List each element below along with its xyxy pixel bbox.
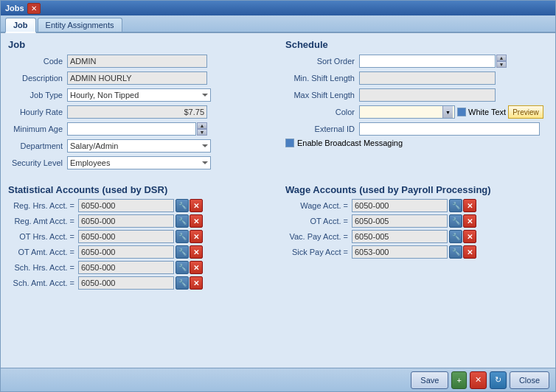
stat-label-4: Sch. Hrs. Acct. =	[8, 263, 78, 272]
stat-accounts-title: Statistical Accounts (used by DSR)	[8, 184, 271, 195]
stat-row-2: OT Hrs. Acct. = 🔧 ✕	[8, 230, 271, 243]
stat-clear-2[interactable]: ✕	[190, 230, 203, 243]
stat-input-5[interactable]	[78, 276, 174, 290]
title-bar: Jobs ✕	[1, 1, 555, 15]
wage-search-2[interactable]: 🔧	[449, 230, 462, 243]
stat-label-0: Reg. Hrs. Acct. =	[8, 201, 78, 210]
external-id-label: External ID	[285, 125, 359, 133]
white-text-label: White Text	[468, 108, 506, 116]
stat-search-3[interactable]: 🔧	[176, 245, 189, 259]
color-label: Color	[285, 108, 359, 116]
stat-clear-0[interactable]: ✕	[190, 199, 203, 212]
hourly-rate-row: Hourly Rate	[8, 105, 271, 119]
wage-label-0: Wage Acct. =	[285, 201, 352, 210]
job-type-select[interactable]: Hourly, Non Tipped Hourly, Tipped Salary	[67, 88, 211, 102]
min-age-spinner: ▲ ▼	[197, 122, 207, 136]
hourly-rate-label: Hourly Rate	[8, 108, 67, 116]
min-age-input[interactable]	[67, 122, 196, 136]
code-input[interactable]	[67, 55, 207, 68]
color-row: Color ▼ White Text Preview	[285, 105, 548, 119]
sort-order-up[interactable]: ▲	[496, 55, 507, 61]
wage-search-1[interactable]: 🔧	[449, 214, 462, 228]
security-level-label: Security Level	[8, 158, 67, 167]
stat-label-3: OT Amt. Acct. =	[8, 248, 78, 256]
sort-order-down[interactable]: ▼	[496, 61, 507, 68]
wage-input-2[interactable]	[352, 230, 448, 243]
stat-clear-5[interactable]: ✕	[190, 276, 203, 290]
wage-row-1: OT Acct. = 🔧 ✕	[285, 214, 548, 228]
stat-clear-1[interactable]: ✕	[190, 214, 203, 228]
stat-input-2[interactable]	[78, 230, 174, 243]
stat-search-5[interactable]: 🔧	[176, 276, 189, 290]
max-shift-input[interactable]	[359, 88, 496, 102]
stat-search-1[interactable]: 🔧	[176, 214, 189, 228]
stat-label-5: Sch. Amt. Acct. =	[8, 279, 78, 287]
wage-clear-3[interactable]: ✕	[463, 245, 476, 259]
stat-search-2[interactable]: 🔧	[176, 230, 189, 243]
job-type-label: Job Type	[8, 91, 67, 99]
description-input[interactable]	[67, 71, 207, 85]
preview-button[interactable]: Preview	[508, 105, 543, 119]
stat-row-5: Sch. Amt. Acct. = 🔧 ✕	[8, 276, 271, 290]
sort-order-input[interactable]	[359, 55, 496, 68]
external-id-row: External ID	[285, 122, 548, 136]
stat-clear-4[interactable]: ✕	[190, 261, 203, 274]
department-select[interactable]: Salary/Admin	[67, 139, 211, 153]
white-text-checkbox[interactable]	[457, 108, 466, 116]
wage-clear-2[interactable]: ✕	[463, 230, 476, 243]
stat-input-3[interactable]	[78, 245, 174, 259]
delete-button[interactable]: ✕	[470, 371, 487, 389]
sort-order-label: Sort Order	[285, 57, 359, 66]
refresh-button[interactable]: ↻	[490, 371, 507, 389]
tab-entity-assignments[interactable]: Entity Assignments	[38, 18, 122, 32]
wage-label-2: Vac. Pay Acct. =	[285, 232, 352, 241]
min-shift-row: Min. Shift Length	[285, 71, 548, 85]
wage-input-1[interactable]	[352, 214, 448, 228]
wage-search-0[interactable]: 🔧	[449, 199, 462, 212]
add-button[interactable]: +	[451, 371, 466, 389]
min-age-row: Minimum Age ▲ ▼	[8, 122, 271, 136]
broadcast-label: Enable Broadcast Messaging	[297, 139, 403, 147]
bottom-bar: Save + ✕ ↻ Close	[1, 368, 555, 391]
wage-clear-0[interactable]: ✕	[463, 199, 476, 212]
wage-search-3[interactable]: 🔧	[449, 245, 462, 259]
job-type-row: Job Type Hourly, Non Tipped Hourly, Tipp…	[8, 88, 271, 102]
external-id-input[interactable]	[359, 122, 540, 136]
department-label: Department	[8, 141, 67, 150]
stat-row-0: Reg. Hrs. Acct. = 🔧 ✕	[8, 199, 271, 212]
min-age-up[interactable]: ▲	[197, 122, 207, 129]
main-window: Jobs ✕ Job Entity Assignments Job Code D…	[0, 0, 556, 392]
close-button[interactable]: Close	[510, 371, 549, 389]
department-row: Department Salary/Admin	[8, 139, 271, 153]
min-age-down[interactable]: ▼	[197, 129, 207, 136]
stat-label-2: OT Hrs. Acct. =	[8, 232, 78, 241]
sort-order-spinner: ▲ ▼	[496, 55, 507, 68]
hourly-rate-input[interactable]	[67, 105, 207, 119]
min-age-label: Minimum Age	[8, 125, 67, 133]
color-dropdown-arrow: ▼	[442, 106, 453, 118]
security-level-select[interactable]: Employees	[67, 156, 211, 169]
stat-input-1[interactable]	[78, 214, 174, 228]
white-text-wrapper: White Text	[457, 108, 506, 116]
color-picker[interactable]: ▼	[359, 105, 455, 119]
wage-clear-1[interactable]: ✕	[463, 214, 476, 228]
title-close-button[interactable]: ✕	[27, 3, 41, 14]
broadcast-row: Enable Broadcast Messaging	[285, 139, 548, 147]
wage-label-3: Sick Pay Acct =	[285, 248, 352, 256]
wage-input-3[interactable]	[352, 245, 448, 259]
stat-search-4[interactable]: 🔧	[176, 261, 189, 274]
wage-input-0[interactable]	[352, 199, 448, 212]
main-content: Job Code Description Job Type Hourly, No…	[1, 33, 555, 368]
description-row: Description	[8, 71, 271, 85]
broadcast-checkbox[interactable]	[285, 139, 294, 147]
stat-clear-3[interactable]: ✕	[190, 245, 203, 259]
wage-accounts-section: Wage Accounts (used by Payroll Processin…	[285, 184, 548, 292]
stat-input-0[interactable]	[78, 199, 174, 212]
min-shift-input[interactable]	[359, 71, 496, 85]
save-button[interactable]: Save	[411, 371, 448, 389]
wage-row-3: Sick Pay Acct = 🔧 ✕	[285, 245, 548, 259]
stat-search-0[interactable]: 🔧	[176, 199, 189, 212]
max-shift-row: Max Shift Length	[285, 88, 548, 102]
stat-input-4[interactable]	[78, 261, 174, 274]
tab-job[interactable]: Job	[5, 18, 36, 33]
